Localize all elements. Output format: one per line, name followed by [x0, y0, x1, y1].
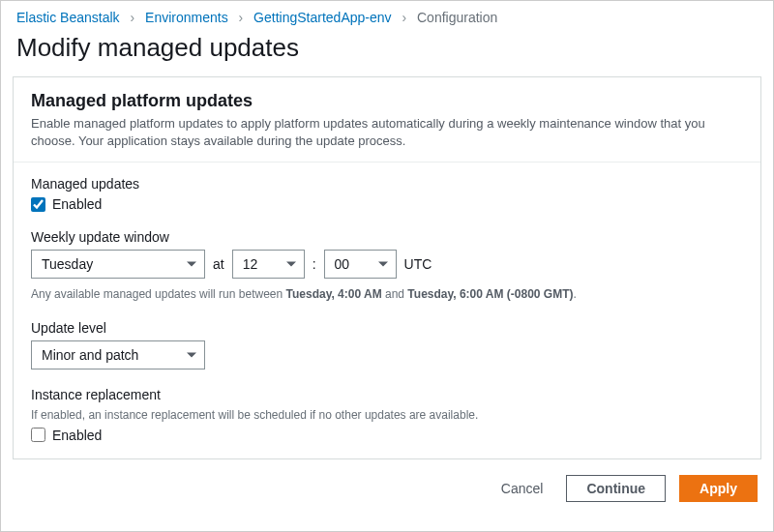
chevron-right-icon: › [239, 10, 244, 25]
chevron-right-icon: › [131, 10, 135, 25]
at-label: at [213, 256, 224, 272]
instance-replacement-hint: If enabled, an instance replacement will… [31, 407, 743, 424]
managed-updates-checkbox-label: Enabled [52, 196, 102, 212]
day-select[interactable]: Tuesday [31, 250, 205, 279]
managed-updates-checkbox[interactable] [31, 197, 45, 212]
breadcrumb-link-env-name[interactable]: GettingStartedApp-env [253, 10, 391, 25]
minute-select[interactable]: 00 [324, 250, 397, 279]
page-title: Modify managed updates [16, 33, 758, 63]
chevron-right-icon: › [402, 10, 406, 25]
breadcrumb-link-service[interactable]: Elastic Beanstalk [16, 10, 120, 25]
update-level-select[interactable]: Minor and patch [31, 340, 205, 369]
hour-select[interactable]: 12 [232, 250, 305, 279]
managed-updates-label: Managed updates [31, 176, 743, 192]
instance-replacement-field: Instance replacement If enabled, an inst… [31, 387, 743, 443]
breadcrumb-link-environments[interactable]: Environments [145, 10, 228, 25]
weekly-window-field: Weekly update window Tuesday at 12 : [31, 229, 743, 303]
panel-title: Managed platform updates [31, 91, 743, 111]
instance-replacement-checkbox-label: Enabled [52, 428, 102, 443]
panel-description: Enable managed platform updates to apply… [31, 115, 743, 150]
weekly-window-label: Weekly update window [31, 229, 743, 245]
apply-button[interactable]: Apply [679, 475, 758, 502]
colon-label: : [313, 256, 316, 272]
managed-updates-panel: Managed platform updates Enable managed … [13, 76, 761, 459]
footer-actions: Cancel Continue Apply [1, 465, 773, 512]
breadcrumb-current: Configuration [417, 10, 497, 25]
update-level-field: Update level Minor and patch [31, 320, 743, 369]
instance-replacement-checkbox[interactable] [31, 428, 45, 442]
tz-label: UTC [404, 256, 432, 272]
continue-button[interactable]: Continue [566, 475, 666, 502]
instance-replacement-label: Instance replacement [31, 387, 743, 402]
update-level-label: Update level [31, 320, 743, 336]
managed-updates-field: Managed updates Enabled [31, 176, 743, 212]
weekly-window-hint: Any available managed updates will run b… [31, 286, 743, 303]
breadcrumb: Elastic Beanstalk › Environments › Getti… [1, 1, 773, 31]
cancel-button[interactable]: Cancel [491, 476, 553, 501]
